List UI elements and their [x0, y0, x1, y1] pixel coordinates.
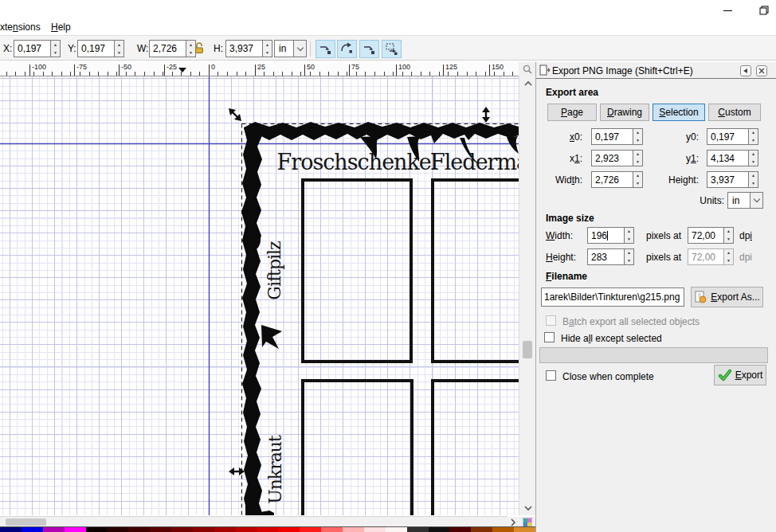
- palette-swatch[interactable]: [471, 527, 492, 532]
- area-width-spinner[interactable]: [633, 171, 643, 188]
- zoom-corner-button[interactable]: [519, 62, 535, 76]
- scale-stroke-toggle[interactable]: [315, 40, 335, 58]
- h-input[interactable]: 3,937: [225, 40, 262, 57]
- ornamental-border-top[interactable]: [244, 122, 519, 143]
- spin-down-icon[interactable]: [115, 49, 123, 57]
- scroll-up-button[interactable]: [519, 78, 536, 89]
- y0-input[interactable]: 0,197: [707, 128, 748, 145]
- spin-up-icon[interactable]: [263, 41, 272, 49]
- palette-swatch[interactable]: [0, 527, 22, 532]
- y-input[interactable]: 0,197: [77, 40, 114, 57]
- w-input[interactable]: 2,726: [149, 40, 186, 57]
- spin-up-icon[interactable]: [115, 41, 123, 49]
- palette-swatch[interactable]: [128, 527, 150, 532]
- palette-swatch[interactable]: [300, 527, 321, 532]
- x-input[interactable]: 0,197: [14, 40, 50, 57]
- x1-spinner[interactable]: [633, 150, 643, 166]
- palette-swatch[interactable]: [22, 527, 43, 532]
- palette-swatch[interactable]: [364, 527, 386, 532]
- area-width-input[interactable]: 2,726: [591, 171, 633, 188]
- palette-swatch[interactable]: [43, 527, 65, 532]
- area-height-input[interactable]: 3,937: [707, 171, 748, 188]
- label-fledermaus[interactable]: Fledermausfl: [430, 150, 519, 174]
- y-spinner[interactable]: [114, 40, 124, 57]
- spin-down-icon[interactable]: [51, 49, 60, 57]
- image-height-spinner[interactable]: [624, 248, 634, 265]
- palette-swatch[interactable]: [236, 527, 257, 532]
- frame-rect-1[interactable]: [303, 180, 411, 362]
- units-dropdown[interactable]: in: [274, 40, 307, 57]
- restore-button[interactable]: [752, 2, 776, 18]
- palette-swatch[interactable]: [492, 527, 514, 532]
- vertical-scroll-thumb[interactable]: [523, 341, 532, 358]
- spin-down-icon[interactable]: [263, 49, 272, 57]
- drawing-canvas[interactable]: Froschschenkel Fledermausfl Giftpilz Unk…: [0, 76, 519, 515]
- palette-swatch[interactable]: [107, 527, 128, 532]
- palette-swatch[interactable]: [321, 527, 343, 532]
- frame-rect-2[interactable]: [433, 180, 519, 362]
- close-when-complete-checkbox[interactable]: [546, 370, 556, 381]
- selection-handle-top[interactable]: [482, 107, 490, 123]
- label-unkraut[interactable]: Unkraut: [265, 435, 285, 504]
- palette-swatch[interactable]: [429, 527, 450, 532]
- label-froschschenkel[interactable]: Froschschenkel: [277, 150, 437, 174]
- palette-swatch[interactable]: [386, 527, 407, 532]
- export-as-button[interactable]: Export As...: [691, 287, 763, 307]
- horizontal-scroll-thumb[interactable]: [6, 518, 46, 526]
- horizontal-ruler[interactable]: -100-75-50-250255075100125150: [0, 62, 519, 76]
- palette-swatch[interactable]: [150, 527, 171, 532]
- lock-ratio-toggle[interactable]: [194, 41, 205, 57]
- ornamental-border-left[interactable]: [241, 127, 263, 515]
- export-area-drawing-button[interactable]: Drawing: [600, 104, 649, 121]
- frame-rect-3[interactable]: [303, 381, 412, 515]
- palette-swatch[interactable]: [65, 527, 86, 532]
- palette-swatch[interactable]: [214, 527, 236, 532]
- area-height-spinner[interactable]: [748, 171, 758, 188]
- move-patterns-toggle[interactable]: [382, 40, 402, 58]
- filename-input[interactable]: 1arek\Bilder\Tinkturen\g215.png: [541, 288, 684, 307]
- export-area-page-button[interactable]: Page: [547, 104, 597, 121]
- y1-spinner[interactable]: [748, 150, 758, 166]
- x1-input[interactable]: 2,923: [591, 150, 633, 166]
- image-width-spinner[interactable]: [624, 227, 634, 244]
- menu-extensions[interactable]: xtensions: [0, 21, 44, 34]
- x0-spinner[interactable]: [633, 128, 643, 145]
- dpi-width-spinner[interactable]: [723, 227, 734, 244]
- move-gradients-toggle[interactable]: [359, 40, 379, 58]
- image-width-input[interactable]: 196: [587, 227, 624, 244]
- palette-swatch[interactable]: [193, 527, 214, 532]
- spin-up-icon[interactable]: [51, 41, 60, 49]
- palette-swatch[interactable]: [343, 527, 364, 532]
- export-area-selection-button[interactable]: Selection: [653, 104, 705, 121]
- palette-swatch[interactable]: [407, 527, 429, 532]
- horizontal-scrollbar[interactable]: [0, 516, 508, 526]
- scroll-down-button[interactable]: [519, 503, 536, 514]
- palette-swatch[interactable]: [449, 527, 471, 532]
- image-height-input[interactable]: 283: [587, 248, 624, 265]
- y0-spinner[interactable]: [748, 128, 758, 145]
- selection-handle-nw[interactable]: [229, 108, 241, 121]
- palette-swatch[interactable]: [86, 527, 108, 532]
- palette-swatch[interactable]: [257, 527, 279, 532]
- minimize-button[interactable]: [715, 2, 739, 18]
- hide-except-checkbox[interactable]: [544, 332, 555, 342]
- export-area-custom-button[interactable]: Custom: [708, 104, 761, 121]
- vertical-scrollbar[interactable]: [519, 76, 535, 515]
- panel-close-button[interactable]: [756, 65, 767, 76]
- dpi-width-input[interactable]: 72,00: [688, 227, 723, 244]
- h-spinner[interactable]: [262, 40, 272, 57]
- palette-swatch[interactable]: [514, 527, 535, 532]
- y1-input[interactable]: 4,134: [707, 150, 748, 166]
- x0-input[interactable]: 0,197: [591, 128, 633, 145]
- x-spinner[interactable]: [50, 40, 61, 57]
- palette-swatch[interactable]: [171, 527, 193, 532]
- palette-swatch[interactable]: [278, 527, 300, 532]
- export-button[interactable]: Export: [714, 365, 766, 385]
- panel-collapse-button[interactable]: [740, 65, 751, 76]
- menu-help[interactable]: Help: [48, 21, 74, 34]
- frame-rect-4[interactable]: [433, 381, 519, 515]
- scale-corners-toggle[interactable]: [337, 40, 357, 58]
- panel-units-dropdown[interactable]: in: [727, 192, 763, 209]
- palette-strip[interactable]: [0, 526, 535, 532]
- label-giftpilz[interactable]: Giftpilz: [265, 241, 284, 300]
